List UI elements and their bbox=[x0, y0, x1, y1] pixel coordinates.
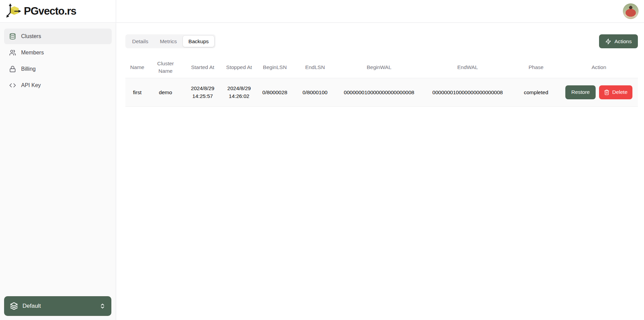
cell-end-lsn: 0/8000100 bbox=[295, 78, 335, 106]
app-title: PGvecto.rs bbox=[24, 5, 76, 17]
col-end-wal: EndWAL bbox=[423, 57, 512, 78]
sidebar-item-label: Billing bbox=[21, 66, 36, 72]
database-icon bbox=[9, 33, 16, 40]
sidebar-item-label: API Key bbox=[21, 82, 41, 88]
sidebar-item-members[interactable]: Members bbox=[4, 45, 112, 61]
sidebar-item-label: Clusters bbox=[21, 33, 41, 39]
sidebar-item-billing[interactable]: Billing bbox=[4, 61, 112, 77]
col-action: Action bbox=[560, 57, 638, 78]
workspace-switcher[interactable]: Default bbox=[4, 296, 111, 316]
col-phase: Phase bbox=[512, 57, 560, 78]
col-stopped-at: Stopped At bbox=[223, 57, 255, 78]
col-begin-lsn: BeginLSN bbox=[255, 57, 295, 78]
cell-phase: completed bbox=[512, 78, 560, 106]
code-icon bbox=[9, 82, 16, 89]
col-started-at: Started At bbox=[182, 57, 223, 78]
backups-table: Name Cluster Name Started At Stopped At … bbox=[125, 57, 638, 107]
tab-metrics[interactable]: Metrics bbox=[154, 36, 182, 47]
trash-icon bbox=[604, 89, 610, 95]
sidebar-item-clusters[interactable]: Clusters bbox=[4, 29, 112, 44]
header-actions bbox=[116, 0, 644, 22]
tab-list: Details Metrics Backups bbox=[125, 34, 216, 48]
cell-cluster-name: demo bbox=[149, 78, 182, 106]
actions-button-label: Actions bbox=[614, 38, 632, 45]
pgvectors-logo-icon bbox=[5, 3, 22, 20]
main-content: Details Metrics Backups Actions Name Clu… bbox=[116, 23, 644, 320]
cell-name: first bbox=[125, 78, 149, 106]
chevrons-up-down-icon bbox=[99, 303, 106, 309]
restore-button[interactable]: Restore bbox=[565, 85, 595, 99]
bolt-icon bbox=[605, 38, 611, 45]
delete-button[interactable]: Delete bbox=[599, 85, 632, 99]
workspace-label: Default bbox=[22, 303, 41, 309]
col-end-lsn: EndLSN bbox=[295, 57, 335, 78]
tab-backups[interactable]: Backups bbox=[183, 36, 214, 47]
top-header: PGvecto.rs bbox=[0, 0, 644, 23]
users-icon bbox=[9, 49, 16, 56]
cell-started-at: 2024/8/29 14:25:57 bbox=[182, 78, 223, 106]
actions-button[interactable]: Actions bbox=[599, 34, 638, 48]
table-header-row: Name Cluster Name Started At Stopped At … bbox=[125, 57, 638, 78]
tab-details[interactable]: Details bbox=[127, 36, 154, 47]
cell-stopped-at: 2024/8/29 14:26:02 bbox=[223, 78, 255, 106]
cell-action: Restore Delete bbox=[560, 78, 638, 106]
lock-icon bbox=[9, 66, 16, 72]
col-cluster-name: Cluster Name bbox=[149, 57, 182, 78]
sidebar-item-api-key[interactable]: API Key bbox=[4, 78, 112, 93]
table-row: first demo 2024/8/29 14:25:57 2024/8/29 … bbox=[125, 78, 638, 106]
col-begin-wal: BeginWAL bbox=[335, 57, 423, 78]
logo: PGvecto.rs bbox=[0, 0, 116, 22]
delete-button-label: Delete bbox=[612, 89, 628, 95]
cell-begin-wal: 000000010000000000000008 bbox=[335, 78, 423, 106]
col-name: Name bbox=[125, 57, 149, 78]
toolbar: Details Metrics Backups Actions bbox=[125, 34, 638, 48]
layers-icon bbox=[10, 302, 18, 310]
sidebar-item-label: Members bbox=[21, 50, 44, 56]
cell-end-wal: 000000010000000000000008 bbox=[423, 78, 512, 106]
user-avatar[interactable] bbox=[623, 3, 639, 19]
sidebar: Clusters Members Billing bbox=[0, 23, 116, 320]
cell-begin-lsn: 0/8000028 bbox=[255, 78, 295, 106]
